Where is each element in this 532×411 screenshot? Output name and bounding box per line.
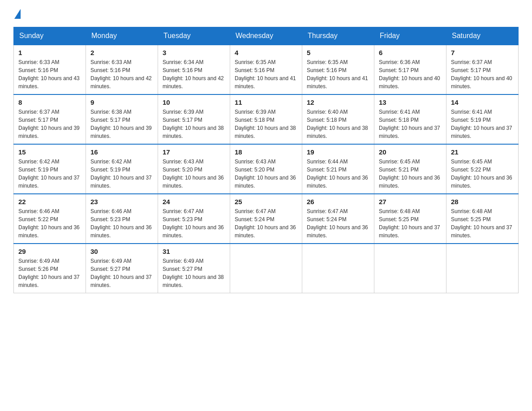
day-number: 6 [379, 49, 442, 56]
calendar-cell: 16 Sunrise: 6:42 AMSunset: 5:19 PMDaylig… [86, 144, 158, 194]
day-info: Sunrise: 6:42 AMSunset: 5:19 PMDaylight:… [90, 158, 153, 190]
day-info: Sunrise: 6:49 AMSunset: 5:26 PMDaylight:… [18, 257, 81, 289]
day-info: Sunrise: 6:33 AMSunset: 5:16 PMDaylight:… [18, 58, 81, 90]
day-number: 23 [90, 198, 153, 206]
logo-triangle-icon [14, 9, 21, 19]
calendar-cell: 21 Sunrise: 6:45 AMSunset: 5:22 PMDaylig… [446, 144, 519, 194]
day-info: Sunrise: 6:49 AMSunset: 5:27 PMDaylight:… [163, 257, 225, 289]
day-number: 30 [90, 248, 153, 255]
calendar-table: SundayMondayTuesdayWednesdayThursdayFrid… [13, 27, 519, 293]
column-header-wednesday: Wednesday [230, 27, 302, 45]
day-number: 21 [451, 148, 514, 156]
calendar-cell: 12 Sunrise: 6:40 AMSunset: 5:18 PMDaylig… [302, 94, 374, 144]
calendar-cell: 20 Sunrise: 6:45 AMSunset: 5:21 PMDaylig… [374, 144, 446, 194]
day-info: Sunrise: 6:42 AMSunset: 5:19 PMDaylight:… [18, 158, 81, 190]
calendar-cell: 14 Sunrise: 6:41 AMSunset: 5:19 PMDaylig… [446, 94, 519, 144]
calendar-cell: 28 Sunrise: 6:48 AMSunset: 5:25 PMDaylig… [446, 194, 519, 244]
week-row-1: 1 Sunrise: 6:33 AMSunset: 5:16 PMDayligh… [14, 45, 519, 94]
day-info: Sunrise: 6:49 AMSunset: 5:27 PMDaylight:… [90, 257, 153, 289]
day-info: Sunrise: 6:38 AMSunset: 5:17 PMDaylight:… [90, 108, 153, 140]
calendar-cell: 5 Sunrise: 6:35 AMSunset: 5:16 PMDayligh… [302, 45, 374, 94]
week-row-4: 22 Sunrise: 6:46 AMSunset: 5:22 PMDaylig… [14, 194, 519, 244]
calendar-cell: 6 Sunrise: 6:36 AMSunset: 5:17 PMDayligh… [374, 45, 446, 94]
calendar-header-row: SundayMondayTuesdayWednesdayThursdayFrid… [14, 27, 519, 45]
day-info: Sunrise: 6:34 AMSunset: 5:16 PMDaylight:… [163, 58, 225, 90]
day-info: Sunrise: 6:36 AMSunset: 5:17 PMDaylight:… [379, 58, 442, 90]
calendar-cell: 4 Sunrise: 6:35 AMSunset: 5:16 PMDayligh… [230, 45, 302, 94]
day-number: 11 [235, 98, 297, 106]
calendar-cell [446, 244, 519, 293]
day-number: 2 [90, 49, 153, 56]
day-number: 5 [307, 49, 369, 56]
day-number: 10 [163, 98, 225, 106]
calendar-cell: 31 Sunrise: 6:49 AMSunset: 5:27 PMDaylig… [158, 244, 230, 293]
column-header-friday: Friday [374, 27, 446, 45]
day-number: 25 [235, 198, 297, 206]
day-number: 13 [379, 98, 442, 106]
calendar-cell: 26 Sunrise: 6:47 AMSunset: 5:24 PMDaylig… [302, 194, 374, 244]
day-info: Sunrise: 6:48 AMSunset: 5:25 PMDaylight:… [451, 207, 514, 240]
day-info: Sunrise: 6:40 AMSunset: 5:18 PMDaylight:… [307, 108, 369, 140]
calendar-cell: 25 Sunrise: 6:47 AMSunset: 5:24 PMDaylig… [230, 194, 302, 244]
week-row-5: 29 Sunrise: 6:49 AMSunset: 5:26 PMDaylig… [14, 244, 519, 293]
calendar-cell [230, 244, 302, 293]
calendar-cell: 3 Sunrise: 6:34 AMSunset: 5:16 PMDayligh… [158, 45, 230, 94]
calendar-cell: 1 Sunrise: 6:33 AMSunset: 5:16 PMDayligh… [14, 45, 86, 94]
calendar-cell: 19 Sunrise: 6:44 AMSunset: 5:21 PMDaylig… [302, 144, 374, 194]
day-info: Sunrise: 6:35 AMSunset: 5:16 PMDaylight:… [307, 58, 369, 90]
day-number: 19 [307, 148, 369, 156]
day-info: Sunrise: 6:48 AMSunset: 5:25 PMDaylight:… [379, 207, 442, 240]
calendar-cell: 10 Sunrise: 6:39 AMSunset: 5:17 PMDaylig… [158, 94, 230, 144]
column-header-tuesday: Tuesday [158, 27, 230, 45]
week-row-2: 8 Sunrise: 6:37 AMSunset: 5:17 PMDayligh… [14, 94, 519, 144]
calendar-cell: 9 Sunrise: 6:38 AMSunset: 5:17 PMDayligh… [86, 94, 158, 144]
calendar-cell: 29 Sunrise: 6:49 AMSunset: 5:26 PMDaylig… [14, 244, 86, 293]
logo [13, 9, 21, 18]
calendar-cell [374, 244, 446, 293]
day-info: Sunrise: 6:45 AMSunset: 5:21 PMDaylight:… [379, 158, 442, 190]
calendar-cell: 11 Sunrise: 6:39 AMSunset: 5:18 PMDaylig… [230, 94, 302, 144]
column-header-thursday: Thursday [302, 27, 374, 45]
calendar-cell: 30 Sunrise: 6:49 AMSunset: 5:27 PMDaylig… [86, 244, 158, 293]
day-number: 20 [379, 148, 442, 156]
day-number: 28 [451, 198, 514, 206]
column-header-monday: Monday [86, 27, 158, 45]
day-info: Sunrise: 6:44 AMSunset: 5:21 PMDaylight:… [307, 158, 369, 190]
day-info: Sunrise: 6:47 AMSunset: 5:24 PMDaylight:… [235, 207, 297, 240]
day-number: 3 [163, 49, 225, 56]
day-number: 1 [18, 49, 81, 56]
day-info: Sunrise: 6:46 AMSunset: 5:23 PMDaylight:… [90, 207, 153, 240]
calendar-cell: 7 Sunrise: 6:37 AMSunset: 5:17 PMDayligh… [446, 45, 519, 94]
day-number: 12 [307, 98, 369, 106]
day-info: Sunrise: 6:46 AMSunset: 5:22 PMDaylight:… [18, 207, 81, 240]
day-number: 17 [163, 148, 225, 156]
day-number: 29 [18, 248, 81, 255]
calendar-cell: 24 Sunrise: 6:47 AMSunset: 5:23 PMDaylig… [158, 194, 230, 244]
day-info: Sunrise: 6:43 AMSunset: 5:20 PMDaylight:… [235, 158, 297, 190]
day-info: Sunrise: 6:37 AMSunset: 5:17 PMDaylight:… [451, 58, 514, 90]
day-info: Sunrise: 6:41 AMSunset: 5:18 PMDaylight:… [379, 108, 442, 140]
day-number: 14 [451, 98, 514, 106]
day-info: Sunrise: 6:33 AMSunset: 5:16 PMDaylight:… [90, 58, 153, 90]
day-number: 7 [451, 49, 514, 56]
day-info: Sunrise: 6:47 AMSunset: 5:24 PMDaylight:… [307, 207, 369, 240]
calendar-cell: 23 Sunrise: 6:46 AMSunset: 5:23 PMDaylig… [86, 194, 158, 244]
day-number: 22 [18, 198, 81, 206]
calendar-cell: 27 Sunrise: 6:48 AMSunset: 5:25 PMDaylig… [374, 194, 446, 244]
week-row-3: 15 Sunrise: 6:42 AMSunset: 5:19 PMDaylig… [14, 144, 519, 194]
day-number: 16 [90, 148, 153, 156]
calendar-cell: 22 Sunrise: 6:46 AMSunset: 5:22 PMDaylig… [14, 194, 86, 244]
day-info: Sunrise: 6:37 AMSunset: 5:17 PMDaylight:… [18, 108, 81, 140]
day-number: 4 [235, 49, 297, 56]
calendar-cell: 13 Sunrise: 6:41 AMSunset: 5:18 PMDaylig… [374, 94, 446, 144]
day-info: Sunrise: 6:35 AMSunset: 5:16 PMDaylight:… [235, 58, 297, 90]
day-number: 24 [163, 198, 225, 206]
calendar-cell: 15 Sunrise: 6:42 AMSunset: 5:19 PMDaylig… [14, 144, 86, 194]
day-info: Sunrise: 6:41 AMSunset: 5:19 PMDaylight:… [451, 108, 514, 140]
page-header [13, 9, 519, 18]
day-number: 26 [307, 198, 369, 206]
day-info: Sunrise: 6:47 AMSunset: 5:23 PMDaylight:… [163, 207, 225, 240]
calendar-cell [302, 244, 374, 293]
day-info: Sunrise: 6:39 AMSunset: 5:18 PMDaylight:… [235, 108, 297, 140]
day-info: Sunrise: 6:45 AMSunset: 5:22 PMDaylight:… [451, 158, 514, 190]
